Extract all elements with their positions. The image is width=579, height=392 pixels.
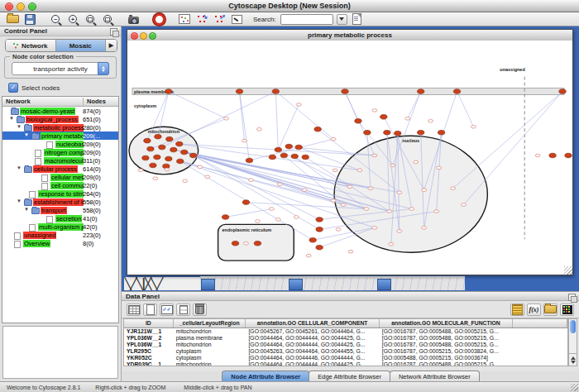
gene-node[interactable] [380, 115, 387, 120]
tab-network-attribute-browser[interactable]: Network Attribute Browser [390, 370, 480, 382]
table-row[interactable]: YDR039C__1mitochondrion[GO:0044464, GO:0… [124, 361, 567, 366]
expand-arrow-icon[interactable]: ▼ [24, 207, 29, 212]
import-attributes-button[interactable] [543, 304, 557, 316]
gene-node[interactable] [236, 89, 242, 94]
float-panel-icon[interactable] [110, 28, 117, 36]
gene-node[interactable] [364, 130, 371, 135]
node-color-dropdown[interactable]: transporter activity [12, 62, 109, 75]
select-nodes-checkbox[interactable] [8, 83, 18, 93]
scrollbar-thumb[interactable] [570, 320, 576, 333]
network-edge[interactable] [463, 92, 562, 205]
expand-arrow-icon[interactable]: ▼ [17, 124, 22, 129]
gene-node[interactable] [437, 166, 442, 170]
tree-row[interactable]: ▼establishment of lo558(0) [2, 198, 118, 206]
gene-node[interactable] [331, 199, 336, 203]
tree-row[interactable]: cellular metabo209(0) [2, 173, 118, 181]
network-edge[interactable] [169, 92, 227, 119]
gene-node[interactable] [302, 189, 307, 192]
gene-node[interactable] [165, 89, 172, 94]
gene-node[interactable] [306, 254, 311, 257]
formula-builder-button[interactable]: f(x) [527, 304, 541, 316]
network-edge[interactable] [278, 150, 350, 187]
gene-node[interactable] [170, 147, 177, 152]
gene-node[interactable] [159, 145, 165, 150]
heatmap-button[interactable] [560, 304, 574, 316]
tree-row[interactable]: ▼metabolic process280(0) [2, 123, 118, 131]
gene-node[interactable] [451, 187, 456, 190]
gene-node[interactable] [147, 146, 154, 151]
gene-node[interactable] [269, 208, 274, 211]
gene-node[interactable] [336, 228, 341, 232]
open-session-button[interactable] [5, 13, 20, 26]
gene-node[interactable] [368, 187, 373, 190]
gene-node[interactable] [355, 119, 361, 124]
gene-node[interactable] [397, 230, 402, 233]
gene-node[interactable] [198, 165, 203, 169]
tree-row[interactable]: mosaic-demo-yeast874(0) [2, 107, 118, 115]
gene-node[interactable] [224, 117, 229, 121]
table-column-header[interactable]: annotation.GO CELLULAR_COMPONENT [246, 319, 379, 327]
gene-node[interactable] [254, 241, 261, 246]
background-scrollbar-thumb[interactable] [289, 279, 303, 290]
table-column-header[interactable]: annotation.GO MOLECULAR_FUNCTION [380, 319, 513, 327]
tree-row[interactable]: unassigned223(0) [2, 231, 118, 239]
select-all-attributes-button[interactable] [160, 304, 174, 316]
gene-node[interactable] [331, 137, 336, 141]
gene-node[interactable] [364, 208, 369, 211]
gene-node[interactable] [294, 216, 299, 219]
gene-node[interactable] [428, 120, 433, 123]
tree-row[interactable]: nitrogen compo209(0) [2, 148, 118, 156]
gene-node[interactable] [190, 153, 197, 158]
gene-node[interactable] [153, 177, 158, 180]
table-column-header[interactable]: _cellularLayoutRegion [174, 319, 246, 327]
gene-node[interactable] [409, 208, 414, 211]
expand-arrow-icon[interactable]: ▼ [9, 116, 14, 121]
tree-row[interactable]: ▼primary metabo209(... [2, 131, 118, 140]
gene-node[interactable] [177, 159, 184, 164]
table-row[interactable]: YPL036W__1mitochondrion[GO:0044464, GO:0… [124, 342, 567, 348]
scroll-down-icon[interactable] [571, 361, 576, 364]
tree-row[interactable]: cell communicat22(0) [2, 181, 118, 189]
tree-row[interactable]: multi-organism pro42(0) [2, 222, 118, 231]
gene-node[interactable] [275, 147, 281, 152]
tree-row[interactable]: response to stimulu264(0) [2, 189, 118, 198]
window-resize-grip[interactable] [564, 266, 572, 275]
table-scrollbar[interactable] [568, 318, 577, 366]
gene-node[interactable] [246, 158, 252, 163]
gene-node[interactable] [302, 155, 309, 160]
gene-node[interactable] [559, 89, 566, 94]
help-button[interactable] [151, 13, 166, 26]
search-dropdown-button[interactable] [337, 14, 347, 25]
gene-node[interactable] [272, 89, 279, 94]
gene-node[interactable] [314, 127, 321, 131]
delete-attribute-button[interactable] [193, 304, 207, 316]
tree-row[interactable]: ▼cellular process614(0) [2, 165, 118, 173]
gene-node[interactable] [232, 241, 238, 246]
select-attributes-button[interactable] [127, 304, 141, 316]
tree-row[interactable]: macromolecule311(0) [2, 156, 118, 165]
network-edge[interactable] [226, 209, 272, 218]
gene-node[interactable] [243, 241, 248, 245]
gene-node[interactable] [291, 154, 298, 159]
gene-node[interactable] [549, 153, 556, 158]
expand-arrow-icon[interactable]: ▼ [17, 165, 22, 170]
gene-node[interactable] [142, 155, 149, 160]
gene-node[interactable] [397, 191, 402, 194]
network-edge[interactable] [408, 92, 421, 119]
save-session-button[interactable] [22, 13, 37, 26]
tab-mosaic[interactable]: Mosaic [56, 40, 107, 51]
gene-node[interactable] [417, 130, 423, 135]
tab-edge-attribute-browser[interactable]: Edge Attribute Browser [309, 370, 390, 382]
zoom-in-button[interactable]: + [65, 13, 80, 26]
gene-node[interactable] [333, 169, 337, 172]
attribute-editor-button[interactable] [510, 304, 524, 316]
background-scrollbar-thumb[interactable] [377, 279, 391, 290]
create-attribute-button[interactable] [143, 304, 157, 316]
scrollbar-arrows[interactable] [569, 353, 577, 366]
gene-node[interactable] [155, 134, 161, 139]
network-canvas[interactable]: plasma membranecytoplasmmitochondrionnuc… [127, 41, 572, 275]
gene-node[interactable] [242, 200, 249, 205]
gene-node[interactable] [341, 203, 346, 207]
search-input[interactable] [280, 14, 333, 25]
scroll-up-icon[interactable] [571, 356, 576, 360]
